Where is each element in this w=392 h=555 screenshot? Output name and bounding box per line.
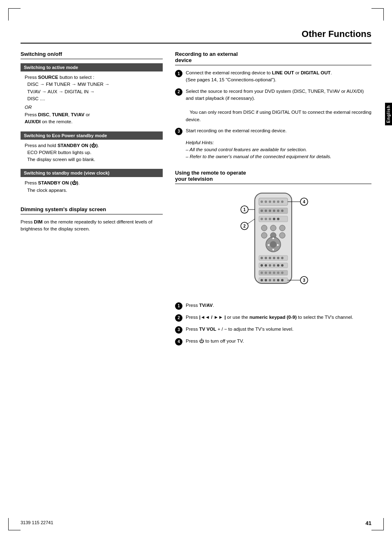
- svg-point-45: [277, 264, 279, 267]
- tvav-bold: TV/AV: [71, 112, 84, 117]
- svg-point-28: [270, 241, 277, 248]
- remote-step3-circle: 3: [175, 326, 182, 334]
- svg-point-44: [273, 264, 275, 267]
- dim-bold: DIM: [34, 219, 43, 224]
- remote-image-area: ▲ ▼ ◄ ►: [175, 189, 371, 297]
- recording-step3: 3 Start recording on the external record…: [175, 127, 371, 135]
- content-columns: Switching on/off Switching to active mod…: [21, 51, 371, 350]
- svg-point-34: [261, 257, 263, 259]
- remote-step2-circle: 2: [175, 314, 182, 322]
- remote-step4: 4 Press ⏻ to turn off your TV.: [175, 338, 371, 345]
- svg-point-48: [261, 272, 263, 274]
- recording-step1: 1 Connect the external recording device …: [175, 69, 371, 84]
- svg-point-12: [273, 210, 275, 212]
- svg-point-57: [269, 279, 271, 281]
- svg-point-22: [270, 225, 276, 231]
- svg-point-17: [265, 218, 267, 220]
- svg-point-19: [273, 218, 275, 220]
- svg-point-26: [279, 233, 285, 238]
- svg-point-50: [269, 272, 271, 274]
- standby-clock-box: Switching to standby mode (view clock): [21, 169, 163, 177]
- svg-point-38: [277, 257, 279, 259]
- source-bold: SOURCE: [38, 75, 58, 80]
- remote-step3-text: Press TV VOL + / − to adjust the TV's vo…: [186, 326, 293, 333]
- svg-point-24: [261, 233, 267, 238]
- standby-on-clock-bold: STANDBY ON (⏻): [38, 180, 78, 185]
- step2-circle: 2: [175, 88, 182, 96]
- svg-point-52: [277, 272, 279, 274]
- remote-step3: 3 Press TV VOL + / − to adjust the TV's …: [175, 326, 371, 334]
- digital-out-bold: DIGITAL OUT: [301, 70, 330, 75]
- svg-point-16: [261, 218, 263, 220]
- remote-step2-text: Press |◄◄ / ►► | or use the numeric keyp…: [186, 314, 353, 321]
- svg-point-14: [281, 210, 284, 212]
- skip-bold: |◄◄ / ►► |: [199, 315, 226, 320]
- remote-svg: ▲ ▼ ◄ ►: [232, 189, 314, 296]
- remote-step2: 2 Press |◄◄ / ►► | or use the numeric ke…: [175, 314, 371, 322]
- recording-step2: 2 Select the source to record from your …: [175, 88, 371, 123]
- eco-power-para: Press and hold STANDBY ON (⏻). ECO POWER…: [21, 142, 163, 164]
- svg-point-23: [279, 225, 285, 231]
- svg-point-60: [281, 279, 284, 281]
- left-column: Switching on/off Switching to active mod…: [21, 51, 163, 350]
- remote-step4-text: Press ⏻ to turn off your TV.: [186, 338, 244, 345]
- page-footer: 3139 115 22741 41: [0, 520, 392, 526]
- svg-point-9: [261, 210, 263, 212]
- hint2: – Refer to the owner's manual of the con…: [186, 154, 331, 159]
- helpful-hints: Helpful Hints: – All the sound control f…: [186, 139, 371, 161]
- remote-step1-text: Press TV/AV.: [186, 302, 214, 309]
- recording-section-heading: Recording to an externaldevice: [175, 51, 371, 65]
- svg-point-49: [265, 272, 267, 274]
- tvvol-bold: TV VOL: [199, 327, 217, 332]
- svg-point-5: [273, 200, 275, 203]
- remote-section-heading: Using the remote to operateyour televisi…: [175, 170, 371, 184]
- active-mode-para1: Press SOURCE button to select : DISC → F…: [21, 74, 163, 102]
- step3-text: Start recording on the external recordin…: [186, 127, 286, 134]
- svg-text:▲: ▲: [272, 236, 275, 240]
- svg-point-53: [281, 272, 284, 274]
- standby-on-bold: STANDBY ON (⏻): [58, 143, 98, 148]
- svg-point-56: [265, 279, 267, 281]
- svg-point-20: [277, 218, 279, 220]
- remote-step4-circle: 4: [175, 338, 182, 345]
- svg-point-36: [269, 257, 271, 259]
- auxdi-bold: AUX/DI: [25, 119, 41, 124]
- step3-circle: 3: [175, 128, 182, 135]
- page-number: 41: [366, 520, 371, 526]
- svg-point-46: [281, 264, 284, 267]
- svg-point-58: [273, 279, 275, 281]
- standby-clock-para: Press STANDBY ON (⏻). The clock appears.: [21, 180, 163, 194]
- hint1: – All the sound control features are ava…: [186, 147, 307, 152]
- svg-text:►: ►: [277, 243, 280, 247]
- remote-svg-container: ▲ ▼ ◄ ►: [232, 189, 314, 297]
- eco-power-box: Switching to Eco Power standby mode: [21, 131, 163, 140]
- remote-step1-circle: 1: [175, 302, 182, 310]
- svg-point-55: [261, 279, 263, 281]
- svg-point-18: [269, 218, 271, 220]
- footer-code: 3139 115 22741: [21, 520, 53, 526]
- svg-point-21: [261, 225, 267, 231]
- tvav-remote-bold: TV/AV: [199, 303, 213, 308]
- svg-point-3: [265, 200, 267, 203]
- svg-point-35: [265, 257, 267, 259]
- svg-point-7: [281, 200, 284, 203]
- numeric-keypad-bold: numeric keypad (0-9): [249, 315, 297, 320]
- svg-point-4: [269, 200, 271, 203]
- svg-point-51: [273, 272, 275, 274]
- line-out-bold: LINE OUT: [272, 70, 294, 75]
- dimming-para: Press DIM on the remote repeatedly to se…: [21, 219, 163, 233]
- svg-point-41: [261, 264, 263, 267]
- switching-section-heading: Switching on/off: [21, 51, 163, 59]
- svg-point-13: [277, 210, 279, 212]
- svg-point-10: [265, 210, 267, 212]
- or-line: OR: [25, 105, 163, 110]
- svg-point-42: [265, 264, 267, 267]
- svg-point-43: [269, 264, 271, 267]
- svg-text:4: 4: [303, 200, 305, 204]
- svg-point-2: [261, 200, 263, 203]
- disc-bold: DISC: [38, 112, 49, 117]
- tuner-bold: TUNER: [52, 112, 68, 117]
- svg-point-37: [273, 257, 275, 259]
- svg-point-59: [277, 279, 279, 281]
- svg-text:▼: ▼: [272, 248, 275, 252]
